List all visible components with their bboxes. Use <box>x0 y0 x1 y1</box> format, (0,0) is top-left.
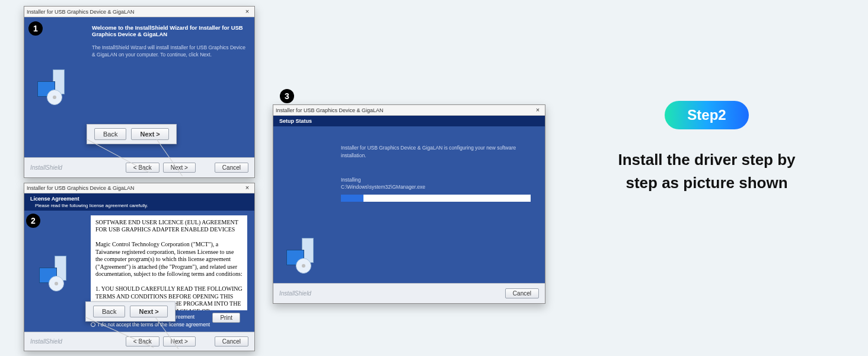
subheader: License Agreement Please read the follow… <box>24 193 254 211</box>
window-title: Installer for USB Graphics Device & Giga… <box>27 9 135 15</box>
close-icon[interactable]: × <box>533 106 542 115</box>
subheader-title: License Agreement <box>30 196 248 202</box>
close-icon[interactable]: × <box>242 8 252 16</box>
installer-window-license: Installer for USB Graphics Device & Giga… <box>24 183 255 351</box>
instruction-panel: Step2 Install the driver step by step as… <box>569 101 844 195</box>
next-button[interactable]: Next > <box>163 336 196 347</box>
subheader: Setup Status <box>273 116 545 126</box>
brand-label: InstallShield <box>30 164 62 171</box>
titlebar: Installer for USB Graphics Device & Giga… <box>24 183 254 193</box>
brand-label: InstallShield <box>279 290 311 297</box>
window-title: Installer for USB Graphics Device & Giga… <box>276 107 384 113</box>
wizard-graphic <box>273 126 333 283</box>
eula-paragraph: Magic Control Technology Corporation ("M… <box>95 241 242 278</box>
installer-window-progress: Installer for USB Graphics Device & Giga… <box>273 104 545 304</box>
status-message: Installer for USB Graphics Device & Giga… <box>341 144 537 160</box>
install-path: C:\Windows\system32\GManager.exe <box>341 183 537 191</box>
radio-label: I do not accept the terms of the license… <box>98 322 210 328</box>
welcome-paragraph: The InstallShield Wizard will install In… <box>92 44 246 59</box>
instruction-text: Install the driver step by step as pictu… <box>569 148 844 195</box>
progress-bar <box>341 195 531 202</box>
zoom-callout-2: Back Next > <box>85 301 175 322</box>
wizard-graphic <box>23 256 88 291</box>
installer-window-welcome: Installer for USB Graphics Device & Giga… <box>24 6 255 178</box>
titlebar: Installer for USB Graphics Device & Giga… <box>273 105 545 116</box>
cancel-button[interactable]: Cancel <box>215 336 248 347</box>
titlebar: Installer for USB Graphics Device & Giga… <box>24 7 254 17</box>
step-badge-3: 3 <box>280 89 294 103</box>
subheader-title: Setup Status <box>279 118 539 124</box>
wizard-graphic <box>24 17 84 157</box>
eula-text-box[interactable]: SOFTWARE END USER LICENCE (EUL) AGREEMEN… <box>91 215 247 310</box>
step-badge-1: 1 <box>28 21 43 36</box>
eula-heading: SOFTWARE END USER LICENCE (EUL) AGREEMEN… <box>95 219 242 234</box>
welcome-heading: Welcome to the InstallShield Wizard for … <box>92 24 246 37</box>
cancel-button[interactable]: Cancel <box>215 163 248 173</box>
instruction-line-1: Install the driver step by <box>569 148 844 171</box>
back-button[interactable]: < Back <box>126 336 159 347</box>
back-button[interactable]: < Back <box>126 163 159 173</box>
print-button[interactable]: Print <box>212 313 240 323</box>
footer: InstallShield Cancel <box>273 283 545 303</box>
step-pill: Step2 <box>665 101 748 129</box>
brand-label: InstallShield <box>30 338 62 345</box>
instruction-line-2: step as picture shown <box>569 171 844 195</box>
content-area: Installer for USB Graphics Device & Giga… <box>273 126 545 283</box>
close-icon[interactable]: × <box>242 184 252 192</box>
subheader-subtitle: Please read the following license agreem… <box>35 203 248 208</box>
zoom-callout-1: Back Next > <box>87 124 177 144</box>
next-button-zoom[interactable]: Next > <box>130 306 167 317</box>
cancel-button[interactable]: Cancel <box>505 288 539 298</box>
back-button-zoom[interactable]: Back <box>94 128 126 140</box>
progress-fill <box>341 195 363 202</box>
installing-label: Installing <box>341 176 537 184</box>
step-badge-2: 2 <box>26 214 40 228</box>
radio-icon <box>91 322 95 327</box>
next-button-zoom[interactable]: Next > <box>131 128 168 140</box>
back-button-zoom[interactable]: Back <box>93 306 125 317</box>
window-title: Installer for USB Graphics Device & Giga… <box>27 185 135 191</box>
